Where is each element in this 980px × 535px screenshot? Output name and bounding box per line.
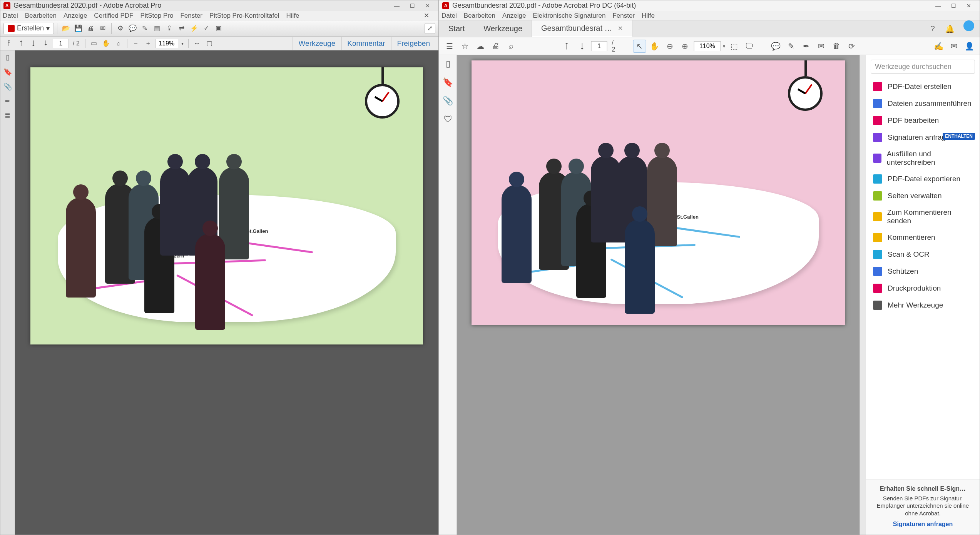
menu-fenster[interactable]: Fenster	[612, 12, 635, 20]
doc-close-icon[interactable]: ✕	[424, 12, 429, 20]
tool-item-12[interactable]: Mehr Werkzeuge	[866, 297, 980, 314]
tool-item-5[interactable]: PDF-Datei exportieren	[866, 171, 980, 187]
tool-item-7[interactable]: Zum Kommentieren senden	[866, 204, 980, 229]
next-page-icon[interactable]: ⭣	[28, 38, 39, 49]
maximize-button[interactable]: ☐	[946, 1, 961, 10]
menu-anzeige[interactable]: Anzeige	[502, 12, 526, 20]
minimize-button[interactable]: —	[930, 1, 946, 10]
menu-bearbeiten[interactable]: Bearbeiten	[25, 12, 57, 20]
tool-item-6[interactable]: Seiten verwalten	[866, 187, 980, 204]
close-button[interactable]: ✕	[961, 1, 977, 10]
menu-hilfe[interactable]: Hilfe	[286, 12, 299, 20]
help-icon[interactable]: ?	[924, 20, 941, 37]
preflight-icon[interactable]: ✓	[201, 23, 212, 34]
fill-sign-icon[interactable]: ✍	[932, 40, 945, 53]
highlight-icon[interactable]: ✎	[784, 40, 797, 53]
tool-item-11[interactable]: Druckproduktion	[866, 280, 980, 297]
menu-certifiedpdf[interactable]: Certified PDF	[94, 12, 133, 20]
zoom-in-icon[interactable]: ⊕	[679, 40, 691, 53]
mail-icon[interactable]: ✉	[97, 23, 108, 34]
stamp-icon[interactable]: ✉	[815, 40, 828, 53]
page-up-icon[interactable]: ⭡	[561, 40, 574, 53]
misc-icon[interactable]: ▣	[213, 23, 224, 34]
bookmarks-icon[interactable]: 🔖	[3, 67, 12, 77]
tool-item-10[interactable]: Schützen	[866, 263, 980, 280]
tools-search[interactable]: Werkzeuge durchsuchen	[871, 60, 975, 74]
signatures-icon[interactable]: ✒	[3, 97, 12, 106]
page-down-icon[interactable]: ⭣	[576, 40, 589, 53]
maximize-button[interactable]: ☐	[405, 1, 420, 10]
zoom-out-icon[interactable]: ⊖	[664, 40, 676, 53]
fit-page-icon[interactable]: ▢	[204, 38, 215, 49]
fit-width-icon[interactable]: ↔	[192, 38, 202, 49]
avatar[interactable]	[963, 20, 974, 31]
esign-link[interactable]: Signaturen anfragen	[873, 521, 973, 528]
menu-datei[interactable]: Datei	[442, 12, 457, 20]
print-icon[interactable]: 🖨	[489, 40, 502, 53]
comment-link[interactable]: Kommentar	[341, 37, 390, 50]
bell-icon[interactable]: 🔔	[941, 20, 958, 37]
gear-icon[interactable]: ⚙	[115, 23, 125, 34]
share-link[interactable]: Freigeben	[391, 37, 435, 50]
chevron-down-icon[interactable]: ▾	[180, 41, 185, 46]
tab-tools[interactable]: Werkzeuge	[474, 20, 532, 37]
zoom-in-icon[interactable]: +	[143, 38, 154, 49]
attachments-icon[interactable]: 📎	[443, 96, 453, 106]
tools-link[interactable]: Werkzeuge	[293, 37, 341, 50]
cloud-icon[interactable]: ☁	[474, 40, 487, 53]
protect-icon[interactable]: 🛡	[444, 114, 452, 124]
attachments-icon[interactable]: 📎	[3, 82, 12, 91]
tool-item-9[interactable]: Scan & OCR	[866, 246, 980, 263]
comment-bubble-icon[interactable]: 💬	[127, 23, 138, 34]
layers-icon[interactable]: ≣	[3, 111, 12, 120]
tool-item-1[interactable]: Dateien zusammenführen	[866, 95, 980, 112]
select-tool-icon[interactable]: ↖	[633, 40, 646, 53]
hand-tool-icon[interactable]: ✋	[648, 40, 661, 53]
menu-hilfe[interactable]: Hilfe	[642, 12, 655, 20]
menu-fenster[interactable]: Fenster	[180, 12, 202, 20]
menu-anzeige[interactable]: Anzeige	[64, 12, 87, 20]
marquee-zoom-icon[interactable]: ⌕	[113, 38, 124, 49]
print-icon[interactable]: 🖨	[85, 23, 96, 34]
convert-icon[interactable]: ⇄	[176, 23, 187, 34]
expand-icon[interactable]: ⤢	[425, 23, 435, 34]
share-people-icon[interactable]: 👤	[963, 40, 976, 53]
comment-icon[interactable]: 💬	[769, 40, 782, 53]
tab-close-icon[interactable]: ✕	[618, 25, 623, 32]
thumbnails-icon[interactable]: ▯	[3, 53, 12, 62]
menu-pitstop[interactable]: PitStop Pro	[140, 12, 173, 20]
select-tool-icon[interactable]: ▭	[89, 38, 99, 49]
document-area-left[interactable]: Genève Bern Zürich HB St.Gallen Luzern	[15, 50, 438, 535]
menu-datei[interactable]: Datei	[3, 12, 18, 20]
bookmarks-icon[interactable]: 🔖	[443, 77, 453, 87]
last-page-icon[interactable]: ⭳	[40, 38, 51, 49]
document-area-right[interactable]: Genève Bern Zürich HB St.Gallen Luzern	[457, 55, 860, 535]
form-icon[interactable]: ▤	[152, 23, 162, 34]
read-mode-icon[interactable]: 🖵	[743, 40, 756, 53]
fit-icon[interactable]: ⬚	[727, 40, 740, 53]
share-mail-icon[interactable]: ✉	[947, 40, 960, 53]
tool-item-8[interactable]: Kommentieren	[866, 229, 980, 246]
sign-icon[interactable]: ✒	[800, 40, 813, 53]
tool-item-3[interactable]: Signaturen anfragenENTHALTEN	[866, 129, 980, 146]
scrollbar[interactable]	[860, 55, 866, 535]
zoom-out-icon[interactable]: −	[130, 38, 141, 49]
open-icon[interactable]: 📂	[60, 23, 71, 34]
star-icon[interactable]: ☆	[458, 40, 472, 53]
save-icon[interactable]: 💾	[73, 23, 84, 34]
delete-icon[interactable]: 🗑	[830, 40, 843, 53]
edit-icon[interactable]: ✎	[139, 23, 150, 34]
hand-tool-icon[interactable]: ✋	[101, 38, 112, 49]
menu-bearbeiten[interactable]: Bearbeiten	[464, 12, 495, 20]
action-icon[interactable]: ⚡	[189, 23, 199, 34]
page-input[interactable]	[53, 39, 69, 48]
close-button[interactable]: ✕	[420, 1, 435, 10]
tool-item-4[interactable]: Ausfüllen und unterschreiben	[866, 146, 980, 171]
chevron-down-icon[interactable]: ▾	[723, 43, 725, 49]
create-button[interactable]: Erstellen ▾	[3, 23, 54, 34]
zoom-input[interactable]	[694, 41, 721, 51]
tool-item-0[interactable]: PDF-Datei erstellen	[866, 78, 980, 95]
zoom-input[interactable]	[155, 39, 178, 48]
tool-item-2[interactable]: PDF bearbeiten	[866, 112, 980, 129]
export-icon[interactable]: ⇪	[164, 23, 175, 34]
